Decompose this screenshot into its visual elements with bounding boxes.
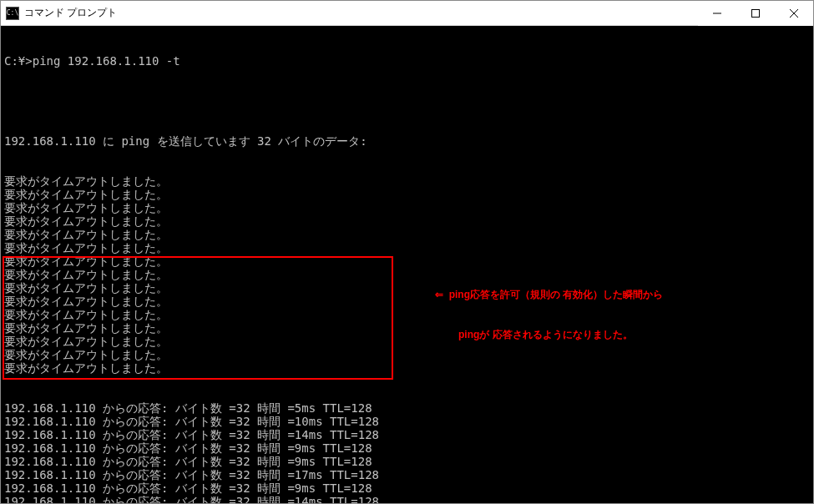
titlebar[interactable]: C:\ コマンド プロンプト [1,1,813,26]
window-title: コマンド プロンプト [24,6,698,20]
maximize-button[interactable] [736,1,775,26]
timeout-lines: 要求がタイムアウトしました。要求がタイムアウトしました。要求がタイムアウトしまし… [4,174,810,375]
timeout-line: 要求がタイムアウトしました。 [4,214,810,228]
timeout-line: 要求がタイムアウトしました。 [4,201,810,214]
timeout-line: 要求がタイムアウトしました。 [4,255,810,268]
timeout-line: 要求がタイムアウトしました。 [4,174,810,188]
timeout-line: 要求がタイムアウトしました。 [4,295,810,308]
minimize-icon [713,9,721,18]
timeout-line: 要求がタイムアウトしました。 [4,228,810,241]
timeout-line: 要求がタイムアウトしました。 [4,188,810,201]
reply-line: 192.168.1.110 からの応答: バイト数 =32 時間 =17ms T… [4,468,810,481]
window-controls [698,1,813,25]
maximize-icon [751,9,760,18]
timeout-line: 要求がタイムアウトしました。 [4,321,810,335]
annotation-text: ⇐ ping応答を許可（規則の 有効化）した瞬間から pingが 応答されるよう… [435,261,663,368]
timeout-line: 要求がタイムアウトしました。 [4,335,810,348]
reply-line: 192.168.1.110 からの応答: バイト数 =32 時間 =14ms T… [4,428,810,441]
minimize-button[interactable] [698,1,736,26]
prompt: C:¥> [4,54,33,68]
reply-line: 192.168.1.110 からの応答: バイト数 =32 時間 =14ms T… [4,495,810,503]
timeout-line: 要求がタイムアウトしました。 [4,361,810,375]
close-icon [790,9,798,18]
reply-line: 192.168.1.110 からの応答: バイト数 =32 時間 =9ms TT… [4,481,810,495]
timeout-line: 要求がタイムアウトしました。 [4,281,810,295]
terminal-area[interactable]: C:¥>ping 192.168.1.110 -t 192.168.1.110 … [1,26,813,503]
command-line: C:¥>ping 192.168.1.110 -t [4,54,810,68]
timeout-line: 要求がタイムアウトしました。 [4,268,810,281]
blank-line [4,94,810,108]
timeout-line: 要求がタイムアウトしました。 [4,308,810,321]
close-button[interactable] [775,1,813,26]
reply-line: 192.168.1.110 からの応答: バイト数 =32 時間 =5ms TT… [4,401,810,415]
ping-sending-line: 192.168.1.110 に ping を送信しています 32 バイトのデータ… [4,134,810,148]
command-prompt-window: C:\ コマンド プロンプト C:¥>ping 192.168.1.110 -t… [0,0,814,504]
cmd-icon: C:\ [6,7,19,20]
timeout-line: 要求がタイムアウトしました。 [4,241,810,255]
reply-line: 192.168.1.110 からの応答: バイト数 =32 時間 =9ms TT… [4,455,810,468]
reply-line: 192.168.1.110 からの応答: バイト数 =32 時間 =10ms T… [4,415,810,428]
reply-line: 192.168.1.110 からの応答: バイト数 =32 時間 =9ms TT… [4,441,810,455]
annotation-line2: pingが 応答されるようになりました。 [435,328,663,341]
annotation-line1: ⇐ ping応答を許可（規則の 有効化）した瞬間から [435,288,663,301]
timeout-line: 要求がタイムアウトしました。 [4,348,810,361]
svg-rect-1 [752,10,760,18]
reply-lines: 192.168.1.110 からの応答: バイト数 =32 時間 =5ms TT… [4,401,810,503]
ping-command: ping 192.168.1.110 -t [33,54,180,68]
